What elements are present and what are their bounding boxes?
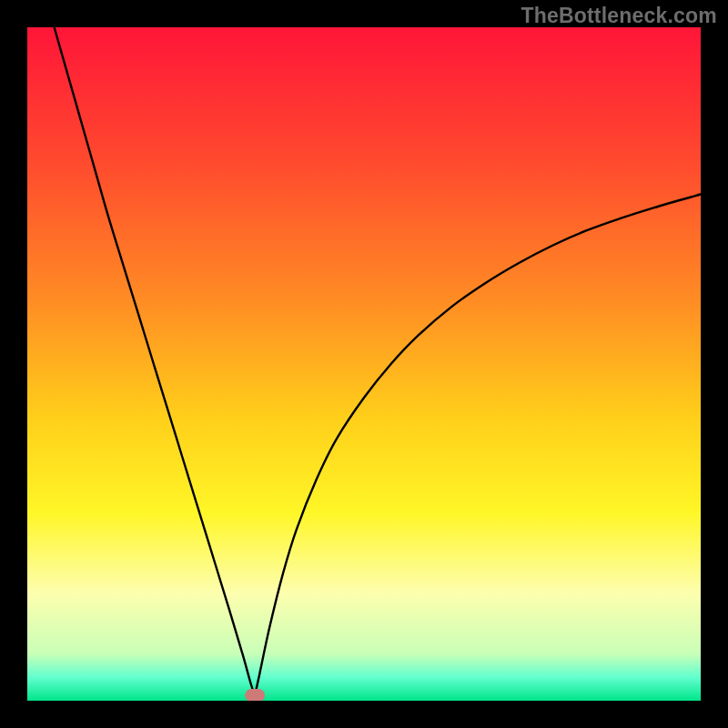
gradient-background [27,27,701,701]
plot-area [27,27,701,701]
chart-frame: TheBottleneck.com [0,0,728,728]
minimum-marker [245,689,265,701]
watermark-text: TheBottleneck.com [521,4,717,28]
chart-svg [27,27,701,701]
